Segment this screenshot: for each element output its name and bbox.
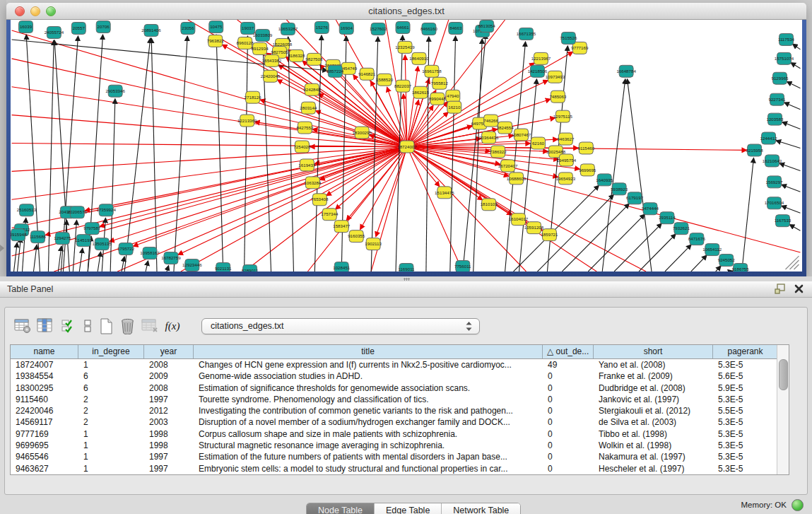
graph-node[interactable]: 16961758 (422, 65, 442, 77)
graph-node[interactable]: 1583477 (333, 221, 351, 233)
graph-node[interactable]: 8289011 (242, 265, 259, 271)
table-cell[interactable]: 49 (543, 359, 594, 370)
graph-node[interactable]: 8990448 (429, 93, 447, 105)
graph-node[interactable]: 14218506 (528, 65, 548, 77)
table-cell[interactable]: Wolkin et al. (1998) (594, 440, 713, 451)
table-cell[interactable]: 0 (543, 394, 594, 405)
table-cell[interactable]: 1998 (144, 428, 194, 440)
citation-edge-black[interactable] (146, 261, 148, 271)
column-header-title[interactable]: title (194, 345, 543, 358)
graph-node[interactable]: 12213967 (531, 52, 551, 64)
citation-edge-black[interactable] (48, 40, 54, 271)
graph-node[interactable]: 10653287 (278, 23, 298, 35)
divider-grip-icon[interactable] (404, 278, 410, 281)
table-cell[interactable]: 1 (78, 428, 144, 440)
citation-edge-black[interactable] (124, 38, 151, 271)
table-cell[interactable]: 5.5E-5 (713, 405, 778, 416)
network-canvas[interactable]: 1872400718300295123254191864091016961758… (11, 20, 802, 271)
graph-node[interactable]: 9245052 (718, 255, 736, 267)
graph-node[interactable]: 12923446 (182, 259, 202, 271)
table-cell[interactable]: 2 (78, 416, 144, 428)
citation-edge-black[interactable] (562, 204, 629, 271)
delete-trash-icon[interactable] (117, 318, 138, 334)
graph-node[interactable]: 16210643 (763, 155, 782, 167)
table-row[interactable]: 946362711997Embryonic stem cells: a mode… (11, 463, 778, 474)
graph-node[interactable]: 7485063 (549, 90, 567, 103)
citation-edge-black[interactable] (174, 36, 187, 271)
table-cell[interactable]: 6 (78, 382, 144, 394)
column-header-year[interactable]: year (144, 345, 194, 358)
citation-edge-black[interactable] (665, 245, 691, 271)
graph-node[interactable]: 22420046 (261, 70, 281, 82)
graph-node[interactable]: 16104017 (509, 214, 529, 226)
graph-node[interactable]: 9699695 (579, 164, 596, 176)
graph-node[interactable]: 1527602 (370, 23, 387, 35)
citation-edge-black[interactable] (98, 252, 100, 271)
float-panel-icon[interactable] (775, 284, 786, 294)
graph-node[interactable]: 16782759 (161, 252, 181, 264)
graph-node[interactable]: 1862615 (412, 86, 430, 98)
resize-grip[interactable] (785, 256, 799, 269)
citation-edge-red[interactable] (12, 146, 407, 199)
citation-edge-black[interactable] (782, 122, 801, 129)
table-cell[interactable]: Disruption of a novel member of a sodium… (194, 416, 543, 428)
graph-node[interactable]: 1115686 (30, 231, 47, 243)
table-cell[interactable]: 2 (78, 394, 144, 405)
graph-node[interactable]: 8822037 (394, 80, 412, 92)
graph-node[interactable]: 64661 (396, 21, 410, 33)
table-cell[interactable]: 9699695 (11, 440, 78, 451)
panel-divider[interactable] (0, 276, 812, 281)
table-cell[interactable]: 9465546 (11, 451, 78, 462)
graph-node[interactable]: 16543382 (262, 54, 282, 66)
table-cell[interactable]: 2008 (144, 359, 194, 370)
graph-node[interactable]: 19654923 (556, 173, 576, 185)
table-cell[interactable]: Investigating the contribution of common… (194, 405, 543, 416)
graph-node[interactable]: 7254026 (293, 141, 311, 153)
zoom-window-button[interactable] (46, 6, 56, 16)
graph-node[interactable]: 20364436 (479, 132, 499, 144)
graph-node[interactable]: 15134475 (435, 187, 454, 199)
graph-node[interactable]: 12325419 (395, 41, 415, 53)
table-cell[interactable]: 6 (78, 370, 144, 382)
table-cell[interactable]: 0 (543, 451, 594, 462)
graph-node[interactable]: 16648784 (616, 65, 636, 77)
graph-node[interactable]: 1169011 (398, 264, 415, 271)
graph-node[interactable]: 20557 (71, 22, 86, 34)
graph-node[interactable]: 16039 (19, 21, 33, 33)
graph-node[interactable]: 1294275 (54, 233, 71, 245)
citation-edge-black[interactable] (314, 35, 322, 271)
table-cell[interactable]: Tibbo et al. (1998) (594, 428, 713, 440)
graph-node[interactable]: 1810103 (481, 199, 498, 211)
table-cell[interactable]: 0 (543, 428, 594, 440)
citation-edge-black[interactable] (588, 214, 645, 271)
graph-node[interactable]: 1640935 (596, 174, 613, 186)
table-row[interactable]: 1456911722003Disruption of a novel membe… (11, 416, 778, 428)
citation-edge-black[interactable] (776, 141, 800, 148)
graph-node[interactable]: 23056 (181, 22, 195, 34)
citation-edge-red[interactable] (117, 146, 407, 271)
memory-ok-led-icon[interactable] (792, 499, 804, 511)
graph-node[interactable]: 16720407 (498, 160, 518, 172)
graph-node[interactable]: 9115460 (577, 142, 594, 154)
graph-node[interactable]: 19495754 (557, 154, 577, 166)
graph-node[interactable]: 1167533 (775, 215, 792, 227)
graph-node[interactable]: 7932621 (673, 223, 690, 235)
table-row[interactable]: 911546021997Tourette syndrome. Phenomeno… (11, 394, 778, 405)
citation-edge-red[interactable] (407, 20, 505, 146)
graph-node[interactable]: 25160513 (17, 204, 37, 216)
row-height-icon[interactable] (78, 318, 96, 334)
citation-edge-red[interactable] (12, 144, 407, 147)
graph-node[interactable]: 1569297 (766, 176, 784, 188)
graph-node[interactable]: 5938923 (611, 183, 628, 195)
table-cell[interactable]: 1 (78, 451, 144, 462)
citation-edge-black[interactable] (63, 220, 66, 271)
table-cell[interactable]: Tourette syndrome. Phenomenology and cla… (194, 394, 543, 405)
table-cell[interactable]: Yano et al. (2008) (594, 359, 713, 370)
graph-node[interactable]: 7963822 (207, 35, 225, 47)
column-header-name[interactable]: name (11, 345, 78, 358)
close-panel-icon[interactable] (794, 284, 804, 293)
table-cell[interactable]: Stergiakouli et al. (2012) (594, 405, 713, 416)
citation-edge-black[interactable] (791, 63, 801, 69)
graph-node[interactable]: 16033809 (253, 29, 273, 41)
table-cell[interactable]: 5.3E-5 (713, 428, 778, 440)
